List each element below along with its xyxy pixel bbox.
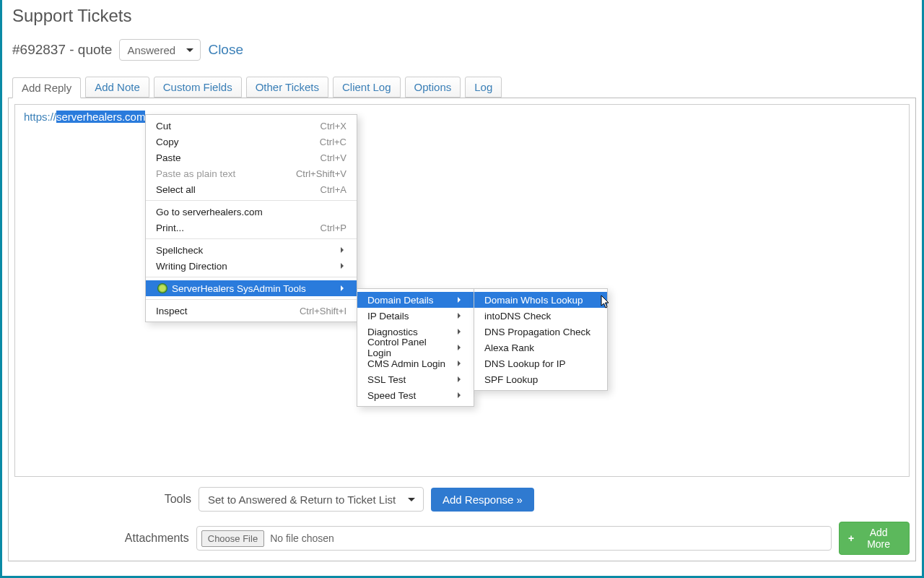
tools-action-select[interactable]: Set to Answered & Return to Ticket List <box>199 487 424 512</box>
page-title: Support Tickets <box>2 0 922 39</box>
add-more-attachments-button[interactable]: + Add More <box>839 522 910 555</box>
ticket-id-label: #692837 - quote <box>12 42 112 58</box>
tab-log[interactable]: Log <box>465 77 502 98</box>
ctx-ip-details[interactable]: IP Details <box>357 308 474 324</box>
ctx-paste[interactable]: PasteCtrl+V <box>146 150 357 165</box>
separator <box>146 299 357 300</box>
ctx-copy[interactable]: CopyCtrl+C <box>146 134 357 150</box>
no-file-label: No file chosen <box>270 532 334 544</box>
ctx-dns-propagation[interactable]: DNS Propagation Check <box>474 324 607 340</box>
editor-url-selection: serverhealers.com <box>56 111 145 123</box>
ctx-spellcheck[interactable]: Spellcheck <box>146 242 357 258</box>
tab-options[interactable]: Options <box>405 77 461 98</box>
separator <box>146 238 357 239</box>
add-response-button[interactable]: Add Response » <box>431 488 534 512</box>
close-ticket-link[interactable]: Close <box>208 42 243 58</box>
ctx-select-all[interactable]: Select allCtrl+A <box>146 181 357 197</box>
context-submenu-domain[interactable]: Domain WhoIs Lookup intoDNS Check DNS Pr… <box>474 288 608 391</box>
ticket-status-select[interactable]: Answered <box>119 39 201 61</box>
ctx-cms-login[interactable]: CMS Admin Login <box>357 355 474 371</box>
tab-other-tickets[interactable]: Other Tickets <box>246 77 328 98</box>
context-menu[interactable]: CutCtrl+X CopyCtrl+C PasteCtrl+V Paste a… <box>145 114 357 322</box>
tab-client-log[interactable]: Client Log <box>333 77 401 98</box>
ctx-domain-details[interactable]: Domain Details <box>357 292 474 308</box>
attachments-label: Attachments <box>14 532 189 545</box>
ctx-spf-lookup[interactable]: SPF Lookup <box>474 371 607 387</box>
choose-file-button[interactable]: Choose File <box>201 530 264 547</box>
tools-label: Tools <box>14 493 191 506</box>
plus-icon: + <box>848 532 854 544</box>
ctx-print[interactable]: Print...Ctrl+P <box>146 220 357 236</box>
attachment-input[interactable]: Choose File No file chosen <box>196 526 832 551</box>
ctx-ssl-test[interactable]: SSL Test <box>357 371 474 387</box>
ctx-dns-lookup-ip[interactable]: DNS Lookup for IP <box>474 355 607 371</box>
ctx-serverhealers-tools[interactable]: ServerHealers SysAdmin Tools <box>146 280 357 296</box>
add-more-label: Add More <box>857 527 900 550</box>
ctx-writing-direction[interactable]: Writing Direction <box>146 258 357 274</box>
tab-add-reply[interactable]: Add Reply <box>12 77 81 98</box>
ctx-inspect[interactable]: InspectCtrl+Shift+I <box>146 303 357 319</box>
editor-url-prefix: https:// <box>24 111 56 123</box>
ctx-goto-url[interactable]: Go to serverhealers.com <box>146 204 357 220</box>
extension-icon <box>157 283 167 293</box>
ctx-intodns-check[interactable]: intoDNS Check <box>474 308 607 324</box>
ctx-alexa-rank[interactable]: Alexa Rank <box>474 340 607 355</box>
ctx-whois-lookup[interactable]: Domain WhoIs Lookup <box>474 292 607 308</box>
ctx-cut[interactable]: CutCtrl+X <box>146 118 357 134</box>
separator <box>146 277 357 277</box>
context-submenu-tools[interactable]: Domain Details IP Details Diagnostics Co… <box>357 288 474 407</box>
tab-add-note[interactable]: Add Note <box>85 77 149 98</box>
separator <box>146 200 357 201</box>
ctx-cpanel-login[interactable]: Control Panel Login <box>357 340 474 355</box>
ctx-speed-test[interactable]: Speed Test <box>357 387 474 403</box>
tab-custom-fields[interactable]: Custom Fields <box>154 77 242 98</box>
ctx-paste-plain: Paste as plain textCtrl+Shift+V <box>146 165 357 181</box>
